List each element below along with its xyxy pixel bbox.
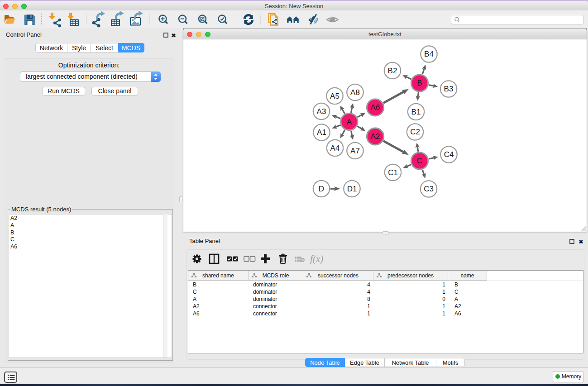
svg-text:C4: C4 <box>444 150 454 159</box>
svg-text:D: D <box>319 185 324 193</box>
svg-text:C2: C2 <box>410 128 420 136</box>
svg-text:A2: A2 <box>371 132 380 141</box>
svg-text:B1: B1 <box>411 108 421 116</box>
svg-text:A3: A3 <box>317 107 326 116</box>
svg-text:C1: C1 <box>388 168 398 177</box>
svg-text:f(x): f(x) <box>310 253 323 264</box>
svg-text:C3: C3 <box>424 185 434 193</box>
svg-text:A8: A8 <box>350 88 360 97</box>
svg-text:A6: A6 <box>371 103 380 112</box>
svg-text:A7: A7 <box>350 147 360 155</box>
svg-text:B: B <box>417 79 422 87</box>
svg-text:A4: A4 <box>330 144 340 152</box>
svg-text:B2: B2 <box>388 67 397 75</box>
svg-text:B3: B3 <box>444 85 454 93</box>
svg-text:A5: A5 <box>330 92 339 100</box>
svg-text:C: C <box>417 157 422 165</box>
svg-text:A: A <box>347 118 352 126</box>
svg-text:A1: A1 <box>317 128 326 137</box>
svg-text:B4: B4 <box>424 50 434 58</box>
svg-text:D1: D1 <box>347 185 357 193</box>
